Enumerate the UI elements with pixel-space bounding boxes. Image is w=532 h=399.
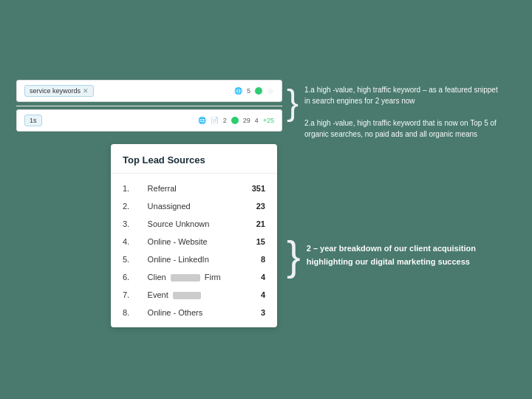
lead-name-7-blurred <box>173 292 201 299</box>
keyword-tag-2[interactable]: 1s <box>24 115 42 126</box>
lead-rank-1: 1. <box>123 184 148 193</box>
keyword-stat-pages: 5 <box>247 87 250 95</box>
lead-name-6: Clien Firm <box>148 273 247 282</box>
bottom-annotation-section: } 2 – year breakdown of our client acqui… <box>287 235 505 276</box>
lead-row-2: 2. Unassigned 23 <box>111 197 277 215</box>
keyword-row-1: service keywords ✕ 🌐 5 ☆ <box>16 80 282 102</box>
lead-name-6-blurred <box>171 274 200 282</box>
lead-row-8: 8. Online - Others 3 <box>111 304 277 321</box>
lead-count-1: 351 <box>247 184 265 193</box>
lead-rank-2: 2. <box>123 202 148 211</box>
lead-rank-6: 6. <box>123 273 148 282</box>
lead-rank-5: 5. <box>123 255 148 264</box>
keyword-star[interactable]: ☆ <box>267 86 274 96</box>
top-brace-container: } 1.a high -value, high traffic keyword … <box>287 81 505 140</box>
keyword-stat-icon-2b: 📄 <box>211 117 219 124</box>
lead-row-4: 4. Online - Website 15 <box>111 233 277 250</box>
lead-name-3: Source Unknown <box>148 219 247 228</box>
bottom-brace-container: } 2 – year breakdown of our client acqui… <box>287 235 505 276</box>
lead-name-2: Unassigned <box>148 202 247 211</box>
lead-count-4: 15 <box>247 237 265 246</box>
lead-count-3: 21 <box>247 219 265 228</box>
keyword-row-2: 1s 🌐 📄 2 29 4 +25 <box>16 109 282 132</box>
section-divider <box>16 106 282 106</box>
keyword-dot-green-2 <box>231 117 239 124</box>
bottom-brace-symbol: } <box>287 235 301 276</box>
lead-row-7: 7. Event 4 <box>111 286 277 304</box>
keyword-stat-pages-2: 2 <box>223 117 227 124</box>
lead-name-5: Online - LinkedIn <box>148 255 247 264</box>
lead-name-1: Referral <box>148 184 247 193</box>
lead-count-6: 4 <box>247 273 265 282</box>
keyword-row-1-stats: 🌐 5 ☆ <box>234 86 274 96</box>
lead-name-4: Online - Website <box>148 237 247 246</box>
keyword-tag-2-label: 1s <box>30 117 37 124</box>
lead-count-5: 8 <box>247 255 265 264</box>
lead-rank-8: 8. <box>123 308 148 317</box>
keyword-dot-green <box>255 87 262 95</box>
lead-row-6: 6. Clien Firm 4 <box>111 268 277 286</box>
top-annotation-text: 1.a high -value, high traffic keyword – … <box>304 81 505 140</box>
top-annotation-section: } 1.a high -value, high traffic keyword … <box>287 81 505 140</box>
lead-name-8: Online - Others <box>148 308 247 317</box>
lead-count-2: 23 <box>247 202 265 211</box>
lead-row-1: 1. Referral 351 <box>111 180 277 197</box>
keyword-tag-1-label: service keywords <box>30 87 81 95</box>
card-body: 1. Referral 351 2. Unassigned 23 3. Sour… <box>111 174 277 327</box>
lead-row-3: 3. Source Unknown 21 <box>111 215 277 233</box>
bottom-annotation-text: 2 – year breakdown of our client acquisi… <box>307 242 505 268</box>
lead-row-5: 5. Online - LinkedIn 8 <box>111 250 277 268</box>
card-title: Top Lead Sources <box>123 154 265 166</box>
lead-count-7: 4 <box>247 290 265 299</box>
keyword-section: service keywords ✕ 🌐 5 ☆ 1s 🌐 📄 2 29 4 +… <box>16 80 282 136</box>
keyword-tag-1[interactable]: service keywords ✕ <box>24 85 94 97</box>
keyword-stat-icon-1: 🌐 <box>234 87 242 95</box>
lead-rank-4: 4. <box>123 237 148 246</box>
top-brace-symbol: } <box>287 85 299 120</box>
keyword-stat-icon-2a: 🌐 <box>198 117 206 124</box>
keyword-tag-1-close[interactable]: ✕ <box>83 87 89 95</box>
lead-rank-7: 7. <box>123 290 148 299</box>
lead-count-8: 3 <box>247 308 265 317</box>
lead-name-7: Event <box>148 290 247 299</box>
keyword-stat-num1: 29 <box>243 117 250 124</box>
lead-rank-3: 3. <box>123 219 148 228</box>
card-header: Top Lead Sources <box>111 144 277 174</box>
keyword-row-2-stats: 🌐 📄 2 29 4 +25 <box>198 117 274 124</box>
keyword-stat-num2: 4 <box>255 117 259 124</box>
lead-sources-card: Top Lead Sources 1. Referral 351 2. Unas… <box>111 144 277 327</box>
keyword-stat-num3: +25 <box>263 117 274 124</box>
